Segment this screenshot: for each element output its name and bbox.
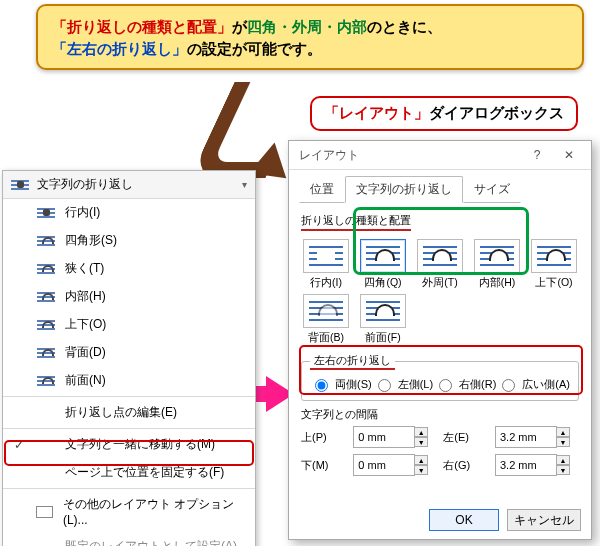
wrap-behind[interactable] — [303, 294, 349, 328]
wrap-text-menu-header[interactable]: 文字列の折り返し ▾ — [3, 171, 255, 199]
section-wrap-type: 折り返しの種類と配置 — [301, 213, 411, 231]
spin-down[interactable]: ▼ — [414, 465, 428, 475]
wrap-inline[interactable] — [303, 239, 349, 273]
label-top: 上(P) — [301, 430, 347, 445]
menu-item-through[interactable]: 内部(H) — [3, 282, 255, 310]
spin-up[interactable]: ▲ — [414, 455, 428, 465]
lr-wrap-legend: 左右の折り返し — [310, 353, 395, 370]
ok-button[interactable]: OK — [429, 509, 499, 531]
menu-item-move-with-text[interactable]: ✓文字列と一緒に移動する(M) — [3, 431, 255, 458]
help-button[interactable]: ? — [521, 143, 553, 167]
spin-down[interactable]: ▼ — [556, 437, 570, 447]
wrap-square[interactable] — [360, 239, 406, 273]
tab-size[interactable]: サイズ — [463, 176, 521, 203]
radio-wide[interactable]: 広い側(A) — [497, 376, 570, 392]
dialog-titlebar: レイアウト ? ✕ — [289, 141, 591, 170]
label-bottom: 下(M) — [301, 458, 347, 473]
menu-item-behind[interactable]: 背面(D) — [3, 338, 255, 366]
menu-item-tight[interactable]: 狭く(T) — [3, 254, 255, 282]
spin-down[interactable]: ▼ — [556, 465, 570, 475]
close-button[interactable]: ✕ — [553, 143, 585, 167]
menu-item-topbottom[interactable]: 上下(O) — [3, 310, 255, 338]
chevron-down-icon: ▾ — [242, 179, 247, 190]
layout-dialog: レイアウト ? ✕ 位置 文字列の折り返し サイズ 折り返しの種類と配置 行内(… — [288, 140, 592, 540]
label-right: 右(G) — [443, 458, 489, 473]
wrap-tight[interactable] — [417, 239, 463, 273]
spin-up[interactable]: ▲ — [556, 455, 570, 465]
spin-up[interactable]: ▲ — [556, 427, 570, 437]
section-distance: 文字列との間隔 — [301, 407, 579, 422]
spin-up[interactable]: ▲ — [414, 427, 428, 437]
dialog-title: レイアウト — [299, 147, 359, 164]
menu-title: 文字列の折り返し — [37, 176, 133, 193]
wrap-topbottom[interactable] — [531, 239, 577, 273]
spinner-right[interactable]: ▲▼ — [495, 454, 559, 476]
tab-position[interactable]: 位置 — [299, 176, 345, 203]
spin-down[interactable]: ▼ — [414, 437, 428, 447]
wrap-through[interactable] — [474, 239, 520, 273]
menu-item-square[interactable]: 四角形(S) — [3, 226, 255, 254]
wrap-front[interactable] — [360, 294, 406, 328]
wrap-text-menu: 文字列の折り返し ▾ 行内(I) 四角形(S) 狭く(T) 内部(H) 上下(O… — [2, 170, 256, 546]
cancel-button[interactable]: キャンセル — [507, 509, 581, 531]
menu-item-front[interactable]: 前面(N) — [3, 366, 255, 394]
menu-item-inline[interactable]: 行内(I) — [3, 199, 255, 226]
dialog-tabs: 位置 文字列の折り返し サイズ — [289, 170, 591, 203]
spinner-bottom[interactable]: ▲▼ — [353, 454, 417, 476]
menu-item-more-options[interactable]: その他のレイアウト オプション(L)... — [3, 491, 255, 532]
menu-item-set-default[interactable]: 既定のレイアウトとして設定(A) — [3, 532, 255, 546]
spinner-top[interactable]: ▲▼ — [353, 426, 417, 448]
menu-item-edit-points[interactable]: 折り返し点の編集(E) — [3, 399, 255, 426]
tab-text-wrap[interactable]: 文字列の折り返し — [345, 176, 463, 203]
spinner-left[interactable]: ▲▼ — [495, 426, 559, 448]
radio-both[interactable]: 両側(S) — [310, 376, 372, 392]
menu-item-fix-on-page[interactable]: ページ上で位置を固定する(F) — [3, 458, 255, 486]
dialog-title-label: 「レイアウト」ダイアログボックス — [310, 96, 578, 131]
label-left: 左(E) — [443, 430, 489, 445]
radio-left[interactable]: 左側(L) — [373, 376, 433, 392]
lr-wrap-group: 左右の折り返し 両側(S) 左側(L) 右側(R) 広い側(A) — [301, 353, 579, 401]
radio-right[interactable]: 右側(R) — [434, 376, 496, 392]
instruction-callout: 「折り返しの種類と配置」が四角・外周・内部のときに、 「左右の折り返し」の設定が… — [36, 4, 584, 70]
